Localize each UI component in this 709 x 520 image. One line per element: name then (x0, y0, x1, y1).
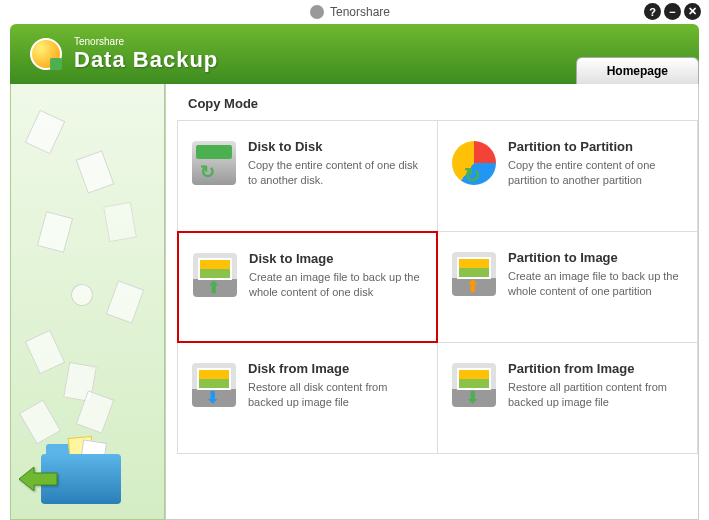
disk-from-image-icon (190, 361, 238, 409)
card-disk-from-image[interactable]: Disk from Image Restore all disk content… (177, 342, 438, 454)
card-desc: Restore all disk content from backed up … (248, 380, 425, 411)
close-button[interactable]: ✕ (684, 3, 701, 20)
card-desc: Create an image file to back up the whol… (508, 269, 685, 300)
sidebar (10, 84, 165, 520)
homepage-tab[interactable]: Homepage (576, 57, 699, 84)
disk-to-image-icon (191, 251, 239, 299)
mode-grid: Disk to Disk Copy the entire content of … (178, 121, 698, 454)
main-panel: Copy Mode Disk to Disk Copy the entire c… (165, 84, 699, 520)
window-controls: ? − ✕ (644, 3, 701, 20)
decorative-paper-icon (37, 211, 73, 253)
app-title-block: Tenorshare Data Backup (74, 36, 218, 73)
partition-from-image-icon (450, 361, 498, 409)
header-title: Data Backup (74, 47, 218, 72)
card-disk-to-image[interactable]: Disk to Image Create an image file to ba… (177, 231, 438, 343)
back-arrow-icon (19, 464, 59, 494)
card-partition-to-partition[interactable]: Partition to Partition Copy the entire c… (437, 120, 698, 232)
minimize-button[interactable]: − (664, 3, 681, 20)
card-partition-from-image[interactable]: Partition from Image Restore all partiti… (437, 342, 698, 454)
decorative-paper-icon (106, 280, 145, 323)
card-partition-to-image[interactable]: Partition to Image Create an image file … (437, 231, 698, 343)
decorative-gear-icon (69, 282, 96, 309)
card-desc: Restore all partition content from backe… (508, 380, 685, 411)
help-button[interactable]: ? (644, 3, 661, 20)
decorative-paper-icon (25, 110, 66, 154)
card-title: Disk to Image (249, 251, 424, 266)
card-desc: Copy the entire content of one disk to a… (248, 158, 425, 189)
card-disk-to-disk[interactable]: Disk to Disk Copy the entire content of … (177, 120, 438, 232)
titlebar-brand: Tenorshare (330, 5, 390, 19)
header-brand: Tenorshare (74, 36, 218, 47)
section-title: Copy Mode (188, 96, 698, 111)
decorative-paper-icon (25, 330, 66, 374)
card-desc: Copy the entire content of one partition… (508, 158, 685, 189)
partition-to-image-icon (450, 250, 498, 298)
brand-logo-icon (310, 5, 324, 19)
card-title: Partition from Image (508, 361, 685, 376)
decorative-paper-icon (103, 202, 137, 242)
disk-to-disk-icon (190, 139, 238, 187)
decorative-paper-icon (19, 399, 61, 444)
card-title: Disk to Disk (248, 139, 425, 154)
decorative-paper-icon (76, 150, 115, 193)
card-desc: Create an image file to back up the whol… (249, 270, 424, 301)
card-title: Partition to Image (508, 250, 685, 265)
app-header: Tenorshare Data Backup Homepage (10, 24, 699, 84)
titlebar: Tenorshare ? − ✕ (0, 0, 709, 24)
card-title: Partition to Partition (508, 139, 685, 154)
back-button[interactable] (19, 464, 59, 494)
partition-to-partition-icon (450, 139, 498, 187)
app-logo-icon (30, 38, 62, 70)
card-title: Disk from Image (248, 361, 425, 376)
